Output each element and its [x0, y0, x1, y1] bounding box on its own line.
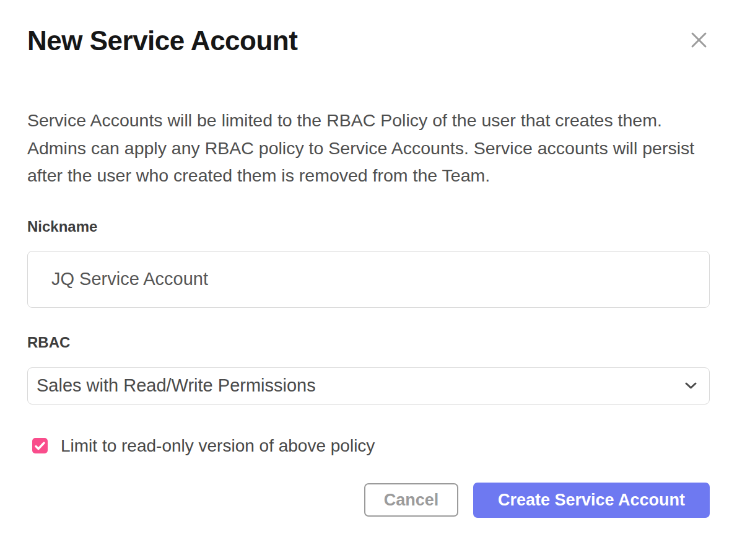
close-button[interactable]	[687, 28, 710, 51]
rbac-label: RBAC	[27, 334, 710, 351]
rbac-selected-value: Sales with Read/Write Permissions	[37, 375, 316, 396]
dialog-description: Service Accounts will be limited to the …	[27, 107, 710, 190]
new-service-account-dialog: New Service Account Service Accounts wil…	[0, 0, 737, 560]
cancel-button[interactable]: Cancel	[364, 483, 458, 517]
dialog-header: New Service Account	[27, 0, 710, 56]
read-only-checkbox[interactable]	[32, 438, 48, 453]
close-icon	[690, 31, 708, 49]
read-only-checkbox-row[interactable]: Limit to read-only version of above poli…	[27, 437, 375, 455]
nickname-input[interactable]	[27, 251, 710, 308]
chevron-down-icon	[685, 382, 697, 389]
checkmark-icon	[35, 442, 45, 450]
rbac-select[interactable]: Sales with Read/Write Permissions	[27, 367, 710, 405]
page-title: New Service Account	[27, 26, 710, 56]
read-only-checkbox-label: Limit to read-only version of above poli…	[61, 437, 375, 455]
dialog-actions: Cancel Create Service Account	[27, 483, 710, 518]
nickname-label: Nickname	[27, 218, 710, 235]
create-service-account-button[interactable]: Create Service Account	[473, 483, 710, 518]
